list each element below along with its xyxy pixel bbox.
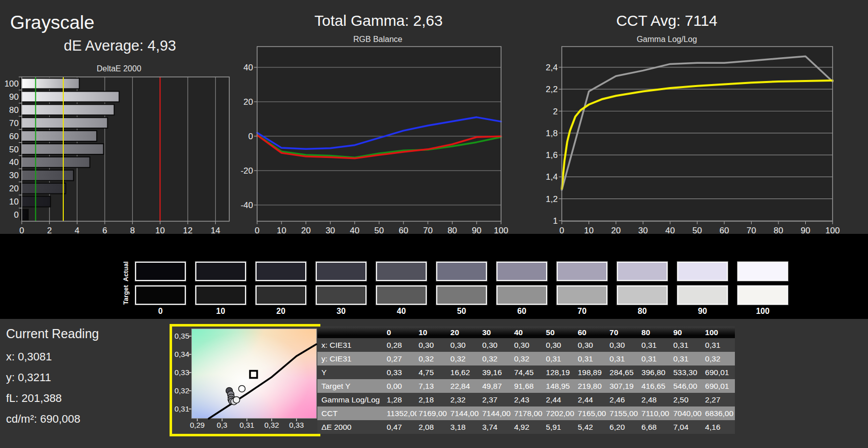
table-value-cell: 0,33 — [385, 368, 417, 377]
table-value-cell: 11352,00 — [385, 409, 417, 418]
table-value-cell: 7202,00 — [544, 409, 576, 418]
cie-x-tick: 0,32 — [261, 421, 283, 429]
calibration-report: Grayscale dE Average: 4,93 DeltaE 2000 T… — [0, 0, 868, 448]
cie-x-tick: 0,33 — [285, 421, 308, 429]
svg-text:1,6: 1,6 — [546, 150, 558, 160]
table-value-cell: 0,30 — [544, 341, 576, 350]
table-value-cell: 2,08 — [417, 423, 448, 432]
deltae-bar-100 — [21, 78, 79, 89]
table-value-cell: 0,31 — [575, 354, 607, 363]
cie-x-tick: 0,29 — [186, 421, 209, 429]
table-row[interactable]: Y0,334,7516,6239,1674,45128,19198,89284,… — [317, 365, 735, 379]
swatch-column-50: 50 — [436, 262, 487, 316]
table-value-cell: 49,87 — [480, 382, 512, 391]
page-title: Grayscale — [10, 12, 95, 33]
target-swatch-60 — [497, 286, 547, 305]
svg-text:-20: -20 — [240, 166, 253, 176]
table-row[interactable]: ΔE 20000,472,083,183,744,925,915,426,206… — [317, 420, 735, 434]
svg-text:20: 20 — [9, 184, 19, 193]
target-swatch-50 — [436, 286, 487, 305]
swatch-level-label: 30 — [316, 307, 366, 316]
cie-y-tick: 0,35 — [172, 332, 189, 340]
table-value-cell: 0,31 — [671, 354, 703, 363]
table-value-cell: 2,50 — [671, 395, 703, 404]
swatch-column-80: 80 — [617, 262, 668, 316]
table-row-label: ΔE 2000 — [317, 423, 385, 432]
svg-text:70: 70 — [9, 118, 19, 128]
cie-overlay — [172, 327, 318, 434]
target-swatch-30 — [316, 286, 366, 305]
table-header-row: 0102030405060708090100 — [317, 327, 735, 338]
table-col-header: 20 — [448, 328, 480, 337]
cie-y-tick: 0,32 — [172, 386, 189, 395]
table-value-cell: 0,32 — [448, 354, 480, 363]
gamma-log-chart[interactable]: 2,42,221,81,61,41,2101020304050607080901… — [524, 40, 840, 238]
svg-text:2: 2 — [553, 107, 558, 116]
actual-swatch-80 — [617, 262, 668, 281]
svg-text:20: 20 — [243, 97, 253, 107]
table-value-cell: 7165,00 — [575, 409, 607, 418]
swatch-level-label: 50 — [436, 307, 487, 316]
table-value-cell: 2,32 — [448, 395, 480, 404]
table-row[interactable]: Gamma Log/Log1,282,182,322,372,432,442,4… — [317, 393, 735, 406]
swatch-level-label: 80 — [617, 307, 668, 316]
swatch-column-20: 20 — [256, 262, 306, 316]
table-value-cell: 0,30 — [480, 341, 512, 350]
table-row[interactable]: CCT11352,007169,007144,007144,007178,007… — [317, 406, 735, 420]
swatch-level-label: 100 — [737, 307, 788, 316]
table-value-cell: 39,16 — [480, 368, 512, 377]
target-swatch-40 — [376, 286, 427, 305]
swatch-column-0: 0 — [135, 262, 186, 316]
target-swatch-70 — [557, 286, 607, 305]
table-value-cell: 219,80 — [575, 382, 607, 391]
table-value-cell: 307,19 — [607, 382, 639, 391]
table-value-cell: 2,44 — [544, 395, 576, 404]
target-swatch-10 — [195, 286, 246, 305]
swatch-level-label: 0 — [135, 307, 186, 316]
target-swatch-100 — [737, 286, 788, 305]
measurement-point — [233, 396, 240, 403]
table-value-cell: 7144,00 — [448, 409, 480, 418]
table-row-label: x: CIE31 — [317, 341, 385, 350]
swatch-column-70: 70 — [557, 262, 607, 316]
actual-row-label: Actual — [121, 262, 130, 281]
table-value-cell: 0,32 — [703, 354, 735, 363]
table-col-header: 100 — [703, 328, 735, 337]
de-average-value: dE Average: 4,93 — [64, 37, 176, 54]
table-value-cell: 5,91 — [544, 423, 576, 432]
deltae-bar-20 — [21, 183, 66, 194]
table-row-label: CCT — [317, 409, 385, 418]
actual-swatch-20 — [256, 262, 306, 281]
bottom-section: Current Reading x: 0,3081 y: 0,3211 fL: … — [0, 319, 868, 448]
table-col-header: 70 — [607, 328, 639, 337]
table-value-cell: 3,18 — [448, 423, 480, 432]
table-value-cell: 0,31 — [544, 354, 576, 363]
measurement-table[interactable]: 0102030405060708090100x: CIE310,280,300,… — [317, 327, 735, 434]
table-value-cell: 128,19 — [544, 368, 576, 377]
table-value-cell: 0,30 — [448, 341, 480, 350]
svg-text:90: 90 — [9, 92, 19, 102]
target-swatch-0 — [135, 286, 186, 305]
table-value-cell: 2,43 — [512, 395, 544, 404]
table-value-cell: 4,92 — [512, 423, 544, 432]
actual-swatch-60 — [497, 262, 547, 281]
swatch-column-40: 40 — [376, 262, 427, 316]
swatch-level-label: 20 — [256, 307, 306, 316]
actual-swatch-10 — [195, 262, 246, 281]
deltae-bar-30 — [21, 170, 73, 181]
table-value-cell: 0,30 — [512, 341, 544, 350]
actual-swatch-50 — [436, 262, 487, 281]
table-col-header: 50 — [544, 328, 576, 337]
target-swatch-20 — [256, 286, 306, 305]
table-value-cell: 7178,00 — [512, 409, 544, 418]
deltae-bar-chart[interactable]: 100908070605040302010002468101214 — [0, 71, 235, 238]
table-row[interactable]: Target Y0,007,1322,8449,8791,68148,95219… — [317, 379, 735, 393]
table-value-cell: 6,20 — [607, 423, 639, 432]
table-row[interactable]: x: CIE310,280,300,300,300,300,300,300,30… — [317, 338, 735, 352]
svg-text:0: 0 — [249, 132, 253, 141]
swatch-level-label: 60 — [497, 307, 547, 316]
rgb-balance-chart[interactable]: 40200-20-400102030405060708090100 — [233, 40, 524, 238]
table-row[interactable]: y: CIE310,270,320,320,320,320,310,310,31… — [317, 352, 735, 365]
cie-chart[interactable]: 0,290,30,310,320,330,350,340,330,320,31 — [170, 324, 320, 436]
table-value-cell: 198,89 — [575, 368, 607, 377]
